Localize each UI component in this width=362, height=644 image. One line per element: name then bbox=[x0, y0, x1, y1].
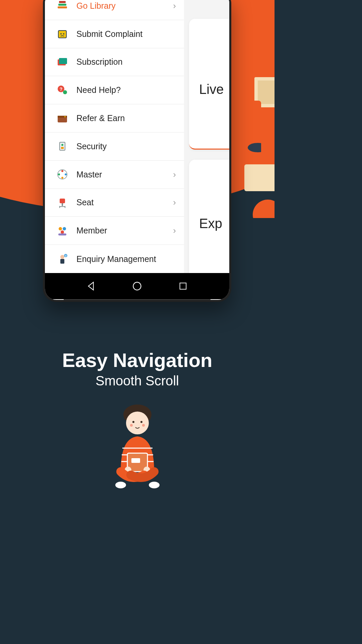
svg-rect-31 bbox=[62, 203, 63, 206]
nav-label: Subscription bbox=[76, 57, 176, 67]
svg-point-28 bbox=[61, 177, 63, 179]
svg-point-58 bbox=[115, 482, 126, 488]
nav-item-need-help[interactable]: ? Need Help? bbox=[45, 76, 184, 104]
svg-text:?: ? bbox=[60, 87, 63, 92]
nav-label: Master bbox=[76, 170, 173, 179]
svg-rect-22 bbox=[60, 142, 65, 150]
nav-label: Need Help? bbox=[76, 85, 176, 95]
chevron-right-icon: › bbox=[173, 169, 176, 180]
svg-point-35 bbox=[59, 227, 62, 230]
security-icon bbox=[56, 140, 68, 152]
card-exp[interactable]: Exp bbox=[189, 160, 229, 273]
android-home-icon[interactable] bbox=[131, 280, 143, 292]
nav-item-seat[interactable]: Seat › bbox=[45, 189, 184, 217]
svg-point-46 bbox=[126, 412, 149, 434]
svg-rect-1 bbox=[258, 80, 275, 104]
wallet-icon bbox=[56, 56, 68, 68]
nav-item-submit-complaint[interactable]: Submit Complaint bbox=[45, 20, 184, 48]
android-nav-bar bbox=[45, 273, 229, 299]
marketing-title: Easy Navigation bbox=[0, 349, 275, 371]
nav-label: Member bbox=[76, 226, 173, 235]
svg-point-43 bbox=[133, 282, 141, 290]
svg-point-23 bbox=[61, 144, 63, 146]
nav-label: Seat bbox=[76, 198, 173, 207]
svg-rect-55 bbox=[131, 458, 140, 463]
master-icon bbox=[56, 168, 68, 180]
svg-point-37 bbox=[61, 230, 64, 234]
svg-point-47 bbox=[132, 421, 134, 423]
marketing-subtitle: Smooth Scroll bbox=[0, 373, 275, 388]
svg-rect-2 bbox=[251, 101, 261, 121]
svg-rect-15 bbox=[59, 58, 67, 64]
android-recent-icon[interactable] bbox=[177, 280, 189, 292]
svg-point-48 bbox=[140, 421, 142, 423]
svg-rect-44 bbox=[180, 283, 186, 289]
complaint-icon bbox=[56, 28, 68, 40]
nav-item-go-library[interactable]: Go Library › bbox=[45, 0, 184, 20]
svg-point-18 bbox=[63, 90, 67, 94]
svg-rect-8 bbox=[58, 6, 67, 8]
illustration-reader-bottom bbox=[101, 405, 174, 488]
refer-icon bbox=[56, 112, 68, 124]
phone-screen: Live Exp Go Library › bbox=[45, 0, 229, 273]
phone-frame: Live Exp Go Library › bbox=[43, 0, 231, 302]
svg-point-12 bbox=[60, 33, 62, 35]
illustration-reader-right bbox=[234, 67, 275, 218]
marketing-text-block: Easy Navigation Smooth Scroll bbox=[0, 349, 275, 388]
nav-item-master[interactable]: Master › bbox=[45, 161, 184, 189]
nav-label: Security bbox=[76, 142, 176, 151]
android-back-icon[interactable] bbox=[85, 280, 97, 292]
svg-rect-24 bbox=[61, 147, 64, 149]
nav-label: Enquiry Management bbox=[76, 254, 176, 264]
svg-point-21 bbox=[64, 116, 66, 117]
svg-rect-30 bbox=[60, 199, 65, 203]
nav-item-enquiry[interactable]: ? Enquiry Management bbox=[45, 245, 184, 273]
chevron-right-icon: › bbox=[173, 197, 176, 208]
nav-item-security[interactable]: Security bbox=[45, 132, 184, 161]
svg-rect-10 bbox=[59, 1, 66, 3]
help-icon: ? bbox=[56, 84, 68, 96]
svg-rect-9 bbox=[58, 4, 66, 6]
svg-point-49 bbox=[130, 424, 133, 427]
svg-rect-5 bbox=[244, 164, 275, 191]
svg-rect-40 bbox=[60, 259, 64, 264]
nav-item-refer-earn[interactable]: Refer & Earn bbox=[45, 104, 184, 132]
svg-point-29 bbox=[58, 173, 60, 175]
nav-label: Refer & Earn bbox=[76, 113, 176, 123]
seat-icon bbox=[56, 197, 68, 209]
svg-rect-38 bbox=[58, 233, 66, 235]
svg-point-26 bbox=[61, 170, 63, 172]
main-content-partial: Live Exp bbox=[184, 0, 229, 273]
svg-point-36 bbox=[63, 227, 66, 230]
svg-text:?: ? bbox=[65, 255, 67, 258]
svg-point-27 bbox=[65, 173, 67, 175]
svg-point-13 bbox=[63, 33, 64, 35]
chevron-right-icon: › bbox=[173, 225, 176, 236]
card-exp-label: Exp bbox=[199, 216, 229, 231]
member-icon bbox=[56, 225, 68, 237]
svg-point-59 bbox=[149, 482, 160, 488]
card-live[interactable]: Live bbox=[189, 19, 229, 150]
books-icon bbox=[56, 0, 68, 12]
svg-rect-4 bbox=[261, 127, 275, 168]
card-live-label: Live bbox=[199, 82, 229, 97]
nav-label: Go Library bbox=[76, 1, 173, 11]
svg-rect-11 bbox=[58, 31, 66, 38]
chevron-right-icon: › bbox=[173, 1, 176, 11]
svg-point-39 bbox=[60, 255, 64, 259]
svg-point-50 bbox=[142, 424, 145, 427]
sidebar-nav: Go Library › Submit Complaint Subscripti… bbox=[45, 0, 184, 273]
enquiry-icon: ? bbox=[56, 253, 68, 265]
nav-label: Submit Complaint bbox=[76, 29, 176, 39]
nav-item-member[interactable]: Member › bbox=[45, 217, 184, 245]
nav-item-subscription[interactable]: Subscription bbox=[45, 48, 184, 76]
